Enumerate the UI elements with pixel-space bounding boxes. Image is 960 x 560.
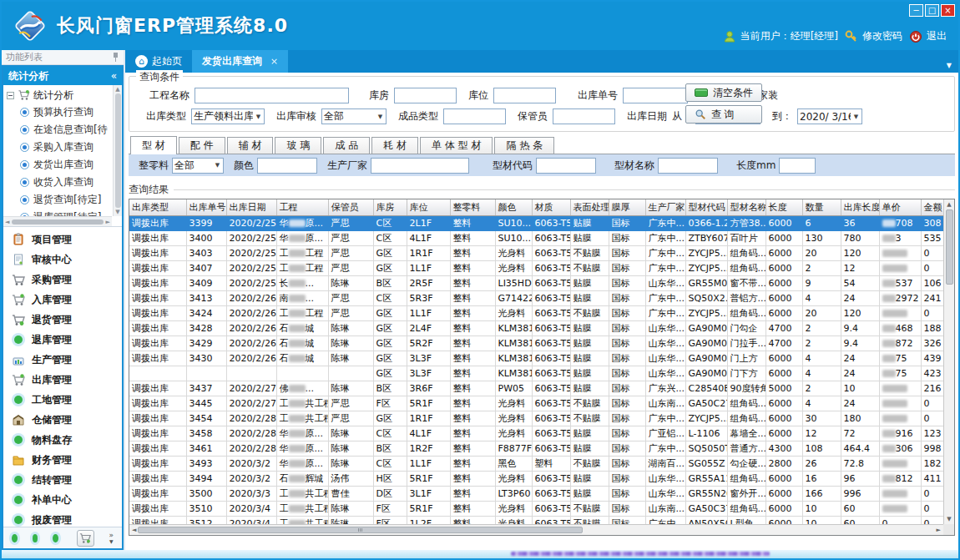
tree-vertical-scrollbar[interactable]: ▲ ▼ (113, 85, 122, 216)
sidebar-more-button[interactable]: » ▼ (109, 532, 114, 545)
sidebar-item-9[interactable]: 仓储管理 (3, 410, 122, 430)
table-scroll-right-icon[interactable]: ► (937, 527, 941, 533)
tab-shipping-outbound-query[interactable]: 发货出库查询 × (192, 50, 288, 73)
table-row[interactable]: 调拨出库35102020/3/4工共工程陈琳F区5R1F整料光身料6063-T5… (129, 501, 944, 516)
table-row[interactable]: 调拨出库34002020/2/25华原...严思C区4L1F整料SU10...6… (129, 230, 944, 245)
sidebar-item-8[interactable]: 工地管理 (3, 390, 122, 410)
expander-icon[interactable] (7, 92, 14, 99)
tree-item-3[interactable]: 发货出库查询 (7, 156, 112, 174)
tabstrip-caret-icon[interactable]: ▼ (947, 62, 952, 69)
column-header-14[interactable]: 型材名称 (727, 199, 765, 215)
quick-dot-2[interactable] (33, 534, 38, 542)
location-input[interactable] (493, 88, 556, 103)
table-row[interactable]: 调拨出库34072020/2/25工工程严思G区1L1F整料光身料6063-T5… (129, 260, 944, 275)
column-header-3[interactable]: 工程 (276, 199, 328, 215)
product-type-input[interactable] (443, 108, 506, 124)
sidebar-item-1[interactable]: 审核中心 (3, 250, 122, 270)
sidebar-item-0[interactable]: 项目管理 (3, 230, 122, 250)
length-input[interactable] (779, 158, 816, 174)
material-tab-7[interactable]: 隔 热 条 (494, 137, 554, 154)
quick-dot-3[interactable] (53, 534, 58, 542)
color-input[interactable] (257, 158, 317, 174)
scroll-left-icon[interactable]: ◄ (5, 219, 9, 225)
search-button[interactable]: 查 询 (685, 105, 762, 124)
material-tab-4[interactable]: 成 品 (323, 137, 370, 154)
sidebar-item-14[interactable]: 报废管理 (3, 510, 122, 527)
tree-horizontal-scrollbar[interactable]: ◄ ► (3, 216, 112, 226)
column-header-6[interactable]: 库位 (407, 199, 450, 215)
sidebar-item-11[interactable]: 财务管理 (3, 450, 122, 470)
table-scroll-up-icon[interactable]: ▲ (947, 201, 951, 208)
sidebar-item-10[interactable]: 物料盘存 (3, 430, 122, 450)
tree-item-1[interactable]: 在途信息查询[待 (7, 121, 112, 139)
table-row[interactable]: 调拨出库34132020/2/26南...严思C区5R3F整料G71422606… (129, 290, 944, 305)
table-row[interactable]: 调拨出库35002020/3/3工共工程曹佳D区3L1F整料LT3P606063… (129, 486, 944, 501)
out-type-select[interactable]: 生产领料出库 ▼ (191, 108, 265, 124)
sidebar-item-2[interactable]: 采购管理 (3, 270, 122, 290)
material-tab-6[interactable]: 单 体 型 材 (420, 137, 493, 154)
tree-root-statistics[interactable]: 统计分析 (7, 87, 112, 103)
tree-item-5[interactable]: 退货查询[待定] (7, 191, 112, 209)
scroll-right-icon[interactable]: ► (106, 219, 110, 225)
table-row[interactable]: 调拨出库34292020/2/26石城陈琳G区5R2F整料KLM38176063… (129, 335, 944, 351)
material-tab-1[interactable]: 配 件 (179, 137, 225, 154)
collapse-icon[interactable]: « (111, 70, 117, 82)
whole-part-select[interactable]: 全部 ▼ (172, 158, 224, 174)
sidebar-item-12[interactable]: 结转管理 (3, 470, 122, 490)
table-row[interactable]: 调拨出库34582020/2/28华原...陈琳C区4L1F整料光身料6063-… (129, 426, 944, 441)
table-horizontal-scrollbar[interactable]: ◄ ► (129, 524, 943, 535)
column-header-19[interactable]: 金额 (921, 199, 944, 215)
warehouse-input[interactable] (394, 88, 457, 103)
change-password[interactable]: 修改密码 (845, 29, 902, 43)
maximize-button[interactable]: □ (925, 4, 939, 17)
minimize-button[interactable]: ─ (909, 4, 923, 17)
sidebar-item-13[interactable]: 补单中心 (3, 490, 122, 510)
column-header-2[interactable]: 出库日期 (226, 199, 276, 215)
material-tab-0[interactable]: 型 材 (130, 136, 177, 154)
cart-quick-button[interactable] (77, 530, 94, 547)
pin-icon[interactable] (112, 53, 119, 62)
column-header-10[interactable]: 表面处理 (570, 199, 609, 215)
profile-code-input[interactable] (536, 158, 596, 174)
quick-dot-1[interactable] (12, 534, 18, 542)
factory-input[interactable] (371, 158, 469, 174)
column-header-0[interactable]: 出库类型 (129, 199, 186, 215)
tree-item-4[interactable]: 收货入库查询 (7, 174, 112, 191)
table-row[interactable]: 调拨出库34092020/2/25长...陈琳B区2R5F整料LI35HD606… (129, 275, 944, 290)
column-header-18[interactable]: 单价 (879, 199, 921, 215)
sidebar-item-4[interactable]: 退货管理 (3, 310, 122, 330)
order-no-input[interactable] (623, 88, 688, 103)
tab-home[interactable]: ⌂ 起始页 (125, 50, 192, 73)
sidebar-item-5[interactable]: 退库管理 (3, 330, 122, 350)
close-button[interactable]: × (941, 4, 955, 17)
date-to-select[interactable]: 2020/ 3/16 ▼ (797, 108, 862, 124)
project-name-input[interactable] (195, 88, 349, 103)
table-row[interactable]: G区3L3F整料KLM38176063-T5贴膜国标山东华...GA90M09.… (129, 366, 944, 381)
keeper-input[interactable] (553, 108, 615, 124)
group-bar-statistics[interactable]: 统计分析 « (3, 67, 122, 85)
tab-close-icon[interactable]: × (270, 56, 278, 67)
audit-select[interactable]: 全部 ▼ (321, 108, 387, 124)
column-header-11[interactable]: 膜厚 (609, 199, 645, 215)
tree-item-2[interactable]: 采购入库查询 (7, 139, 112, 156)
column-header-4[interactable]: 保管员 (328, 199, 373, 215)
column-header-15[interactable]: 长度 (765, 199, 802, 215)
table-row[interactable]: 调拨出库34542020/2/28工共工程严思G区1R1F整料光身料6063-T… (129, 411, 944, 426)
table-row[interactable]: 调拨出库34942020/3/2石辉城汤伟H区5R1F整料光身料6063-T5贴… (129, 471, 944, 486)
tree-item-0[interactable]: 预算执行查询 (7, 103, 112, 121)
table-row[interactable]: 调拨出库34932020/3/2华原...陈琳C区1L1F整料黑色塑料不贴膜国标… (129, 456, 944, 471)
table-row[interactable]: 调拨出库34282020/2/26石城陈琳G区2L4F整料KLM38176063… (129, 320, 944, 335)
table-row[interactable]: 调拨出库34452020/2/27工共工程严思F区5R1F整料光身料6063-T… (129, 396, 944, 411)
column-header-7[interactable]: 整零料 (450, 199, 495, 215)
table-row[interactable]: 调拨出库34612020/2/28华原...陈琳B区1R2F整料F8877FT6… (129, 441, 944, 456)
logout[interactable]: 退出 (909, 29, 947, 43)
sidebar-item-3[interactable]: 入库管理 (3, 290, 122, 310)
column-header-9[interactable]: 材质 (532, 199, 570, 215)
table-scroll-left-icon[interactable]: ◄ (132, 527, 136, 533)
column-header-1[interactable]: 出库单号 (186, 199, 226, 215)
column-header-16[interactable]: 数量 (802, 199, 841, 215)
table-row[interactable]: 调拨出库34302020/2/26石城陈琳G区3L3F整料KLM38176063… (129, 351, 944, 366)
material-tab-3[interactable]: 玻 璃 (275, 137, 321, 154)
scroll-up-icon[interactable]: ▲ (115, 86, 119, 93)
column-header-13[interactable]: 型材代码 (685, 199, 727, 215)
